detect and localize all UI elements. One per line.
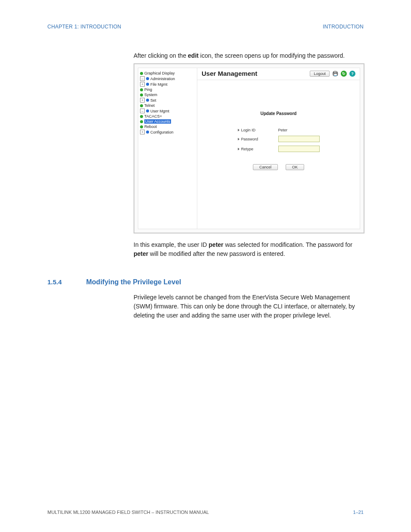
section-title: Modifying the Privilege Level: [86, 278, 181, 286]
bullet-icon: [140, 120, 143, 123]
logout-button[interactable]: Logout: [310, 71, 330, 77]
bullet-icon: [140, 93, 143, 96]
login-id-label: Login ID: [238, 128, 272, 132]
bullet-icon: [146, 109, 149, 112]
triangle-icon: [238, 138, 240, 140]
paragraph-privilege: Privilege levels cannot be changed from …: [134, 293, 364, 320]
cancel-button[interactable]: Cancel: [253, 164, 278, 170]
bullet-icon: [140, 104, 143, 107]
nav-item-configuration[interactable]: +Configuration: [140, 129, 195, 135]
app-window: Graphical Display –Administration +File …: [138, 68, 360, 229]
section-number: 1.5.4: [47, 278, 86, 286]
nav-item-user-mgmt[interactable]: –User Mgmt: [140, 108, 195, 114]
expand-icon[interactable]: +: [140, 130, 145, 134]
collapse-icon[interactable]: –: [140, 109, 145, 113]
nav-tree: Graphical Display –Administration +File …: [138, 68, 197, 229]
label-text: Retype: [241, 147, 254, 151]
bullet-icon: [140, 125, 143, 128]
bullet-icon: [140, 88, 143, 91]
form-buttons: Cancel OK: [197, 164, 360, 170]
retype-label: Retype: [238, 147, 272, 151]
nav-item-administration[interactable]: –Administration: [140, 76, 195, 81]
nav-item-user-accounts[interactable]: User Accounts: [140, 119, 195, 124]
bullet-icon: [146, 99, 149, 102]
pane-title: User Management: [202, 70, 257, 77]
nav-label: File Mgmt: [150, 82, 168, 87]
header-right: INTRODUCTION: [323, 24, 364, 30]
form-row-login: Login ID Peter: [197, 128, 360, 132]
bullet-icon: [140, 115, 143, 118]
embedded-screenshot: Graphical Display –Administration +File …: [134, 63, 364, 233]
help-icon[interactable]: ?: [349, 71, 355, 77]
nav-label: TACACS+: [144, 114, 162, 118]
form-title: Update Password: [197, 111, 360, 116]
text: After clicking on the: [134, 52, 188, 59]
nav-item-system[interactable]: System: [140, 92, 195, 97]
bullet-icon: [146, 83, 149, 86]
nav-label: Administration: [150, 77, 175, 81]
nav-item-tacacs[interactable]: TACACS+: [140, 114, 195, 119]
refresh-icon[interactable]: ↻: [341, 71, 347, 77]
triangle-icon: [238, 129, 240, 131]
label-text: Login ID: [241, 128, 256, 132]
bullet-icon: [146, 131, 149, 134]
expand-icon[interactable]: +: [140, 82, 145, 87]
text-bold: peter: [209, 241, 223, 248]
nav-label: System: [144, 93, 157, 97]
intro-paragraph: After clicking on the edit icon, the scr…: [134, 51, 364, 60]
bullet-icon: [140, 72, 143, 75]
running-header: CHAPTER 1: INTRODUCTION INTRODUCTION: [47, 24, 364, 30]
expand-icon[interactable]: +: [140, 98, 145, 103]
document-page: CHAPTER 1: INTRODUCTION INTRODUCTION Aft…: [0, 0, 411, 532]
collapse-icon[interactable]: –: [140, 76, 145, 81]
text: icon, the screen opens up for modifying …: [199, 52, 345, 59]
nav-label: Telnet: [144, 103, 155, 108]
ok-button[interactable]: OK: [286, 164, 304, 170]
content-pane: User Management Logout 💾 ↻ ? Update Pass…: [197, 68, 360, 229]
nav-label: Ping: [144, 87, 152, 92]
nav-item-set[interactable]: +Set: [140, 97, 195, 103]
pane-header-actions: Logout 💾 ↻ ?: [310, 71, 355, 77]
text-bold: peter: [134, 250, 148, 257]
page-footer: MULTILINK ML1200 MANAGED FIELD SWITCH – …: [47, 510, 364, 515]
pane-header: User Management Logout 💾 ↻ ?: [197, 68, 360, 80]
retype-input[interactable]: [278, 146, 320, 152]
footer-left: MULTILINK ML1200 MANAGED FIELD SWITCH – …: [47, 510, 209, 515]
nav-item-telnet[interactable]: Telnet: [140, 103, 195, 108]
nav-label: Reboot: [144, 124, 157, 129]
text: will be modified after the new password …: [148, 250, 285, 257]
save-icon[interactable]: 💾: [332, 71, 338, 77]
text-bold: edit: [188, 52, 199, 59]
triangle-icon: [238, 148, 240, 150]
nav-label: User Mgmt: [150, 109, 169, 113]
label-text: Password: [241, 137, 258, 141]
nav-label: Configuration: [150, 130, 174, 134]
form-row-retype: Retype: [197, 146, 360, 152]
update-password-form: Update Password Login ID Peter Password …: [197, 111, 360, 170]
nav-item-ping[interactable]: Ping: [140, 87, 195, 92]
nav-item-file-mgmt[interactable]: +File Mgmt: [140, 81, 195, 87]
form-row-password: Password: [197, 136, 360, 142]
text: In this example, the user ID: [134, 241, 209, 248]
nav-label: Set: [150, 98, 156, 103]
text: was selected for modification. The passw…: [224, 241, 352, 248]
page-number: 1–21: [353, 510, 364, 515]
section-heading: 1.5.4 Modifying the Privilege Level: [47, 278, 364, 286]
login-id-value: Peter: [278, 128, 320, 132]
bullet-icon: [146, 77, 149, 80]
nav-label: Graphical Display: [144, 71, 175, 75]
nav-item-graphical-display[interactable]: Graphical Display: [140, 71, 195, 76]
header-left: CHAPTER 1: INTRODUCTION: [47, 24, 121, 30]
nav-item-reboot[interactable]: Reboot: [140, 124, 195, 129]
nav-label-selected: User Accounts: [144, 119, 171, 124]
password-label: Password: [238, 137, 272, 141]
paragraph-example: In this example, the user ID peter was s…: [134, 240, 364, 258]
password-input[interactable]: [278, 136, 320, 142]
